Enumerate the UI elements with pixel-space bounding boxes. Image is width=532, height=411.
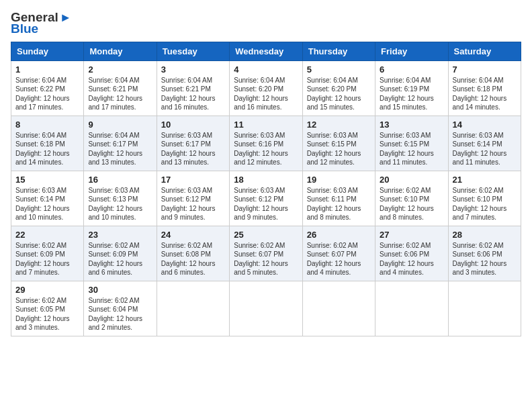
weekday-header: Wednesday xyxy=(230,42,302,60)
day-number: 4 xyxy=(234,64,298,75)
day-detail: Sunrise: 6:02 AMSunset: 6:04 PMDaylight:… xyxy=(88,297,142,332)
day-number: 10 xyxy=(161,120,225,130)
calendar-cell: 22 Sunrise: 6:02 AMSunset: 6:09 PMDaylig… xyxy=(11,226,84,281)
day-detail: Sunrise: 6:02 AMSunset: 6:07 PMDaylight:… xyxy=(307,242,361,277)
day-detail: Sunrise: 6:03 AMSunset: 6:12 PMDaylight:… xyxy=(234,187,288,222)
day-number: 9 xyxy=(88,120,152,130)
day-detail: Sunrise: 6:03 AMSunset: 6:14 PMDaylight:… xyxy=(453,132,507,167)
day-detail: Sunrise: 6:02 AMSunset: 6:10 PMDaylight:… xyxy=(380,187,434,222)
day-detail: Sunrise: 6:03 AMSunset: 6:13 PMDaylight:… xyxy=(88,187,142,222)
day-number: 24 xyxy=(161,230,225,240)
calendar-cell: 18 Sunrise: 6:03 AMSunset: 6:12 PMDaylig… xyxy=(230,171,302,226)
day-number: 14 xyxy=(453,120,517,130)
weekday-header: Monday xyxy=(84,42,157,60)
day-detail: Sunrise: 6:04 AMSunset: 6:21 PMDaylight:… xyxy=(161,77,216,111)
calendar-cell: 24 Sunrise: 6:02 AMSunset: 6:08 PMDaylig… xyxy=(157,226,229,281)
calendar-week-row: 22 Sunrise: 6:02 AMSunset: 6:09 PMDaylig… xyxy=(11,226,521,281)
day-detail: Sunrise: 6:02 AMSunset: 6:06 PMDaylight:… xyxy=(380,242,434,277)
day-detail: Sunrise: 6:04 AMSunset: 6:17 PMDaylight:… xyxy=(88,132,142,167)
calendar-cell: 13 Sunrise: 6:03 AMSunset: 6:15 PMDaylig… xyxy=(375,116,448,171)
day-detail: Sunrise: 6:02 AMSunset: 6:05 PMDaylight:… xyxy=(15,297,70,332)
calendar-cell: 25 Sunrise: 6:02 AMSunset: 6:07 PMDaylig… xyxy=(230,226,302,281)
calendar-cell: 23 Sunrise: 6:02 AMSunset: 6:09 PMDaylig… xyxy=(84,226,157,281)
day-detail: Sunrise: 6:03 AMSunset: 6:11 PMDaylight:… xyxy=(307,187,361,222)
day-number: 26 xyxy=(307,230,371,240)
page-header: General ► Blue xyxy=(11,11,521,36)
calendar-cell: 15 Sunrise: 6:03 AMSunset: 6:14 PMDaylig… xyxy=(11,171,84,226)
day-number: 17 xyxy=(161,175,225,185)
weekday-header-row: SundayMondayTuesdayWednesdayThursdayFrid… xyxy=(11,42,521,60)
calendar-cell: 21 Sunrise: 6:02 AMSunset: 6:10 PMDaylig… xyxy=(448,171,521,226)
calendar-cell: 10 Sunrise: 6:03 AMSunset: 6:17 PMDaylig… xyxy=(157,116,229,171)
day-number: 19 xyxy=(307,175,371,185)
day-number: 11 xyxy=(234,120,298,130)
day-number: 5 xyxy=(307,64,371,75)
weekday-header: Thursday xyxy=(302,42,375,60)
calendar-cell: 19 Sunrise: 6:03 AMSunset: 6:11 PMDaylig… xyxy=(302,171,375,226)
calendar-cell: 27 Sunrise: 6:02 AMSunset: 6:06 PMDaylig… xyxy=(375,226,448,281)
day-detail: Sunrise: 6:04 AMSunset: 6:20 PMDaylight:… xyxy=(234,77,288,111)
day-number: 28 xyxy=(453,230,517,240)
calendar-cell: 26 Sunrise: 6:02 AMSunset: 6:07 PMDaylig… xyxy=(302,226,375,281)
calendar-cell: 16 Sunrise: 6:03 AMSunset: 6:13 PMDaylig… xyxy=(84,171,157,226)
calendar-cell: 1 Sunrise: 6:04 AMSunset: 6:22 PMDayligh… xyxy=(11,60,84,116)
calendar-week-row: 8 Sunrise: 6:04 AMSunset: 6:18 PMDayligh… xyxy=(11,116,521,171)
day-number: 21 xyxy=(453,175,517,185)
day-detail: Sunrise: 6:02 AMSunset: 6:09 PMDaylight:… xyxy=(15,242,70,277)
weekday-header: Saturday xyxy=(448,42,521,60)
calendar-cell: 4 Sunrise: 6:04 AMSunset: 6:20 PMDayligh… xyxy=(230,60,302,116)
day-number: 1 xyxy=(15,64,79,75)
day-number: 18 xyxy=(234,175,298,185)
calendar-cell: 30 Sunrise: 6:02 AMSunset: 6:04 PMDaylig… xyxy=(84,281,157,336)
weekday-header: Friday xyxy=(375,42,448,60)
day-detail: Sunrise: 6:03 AMSunset: 6:14 PMDaylight:… xyxy=(15,187,70,222)
calendar-cell: 7 Sunrise: 6:04 AMSunset: 6:18 PMDayligh… xyxy=(448,60,521,116)
calendar-week-row: 1 Sunrise: 6:04 AMSunset: 6:22 PMDayligh… xyxy=(11,60,521,116)
calendar-cell: 11 Sunrise: 6:03 AMSunset: 6:16 PMDaylig… xyxy=(230,116,302,171)
calendar-table: SundayMondayTuesdayWednesdayThursdayFrid… xyxy=(11,42,521,336)
calendar-cell: 28 Sunrise: 6:02 AMSunset: 6:06 PMDaylig… xyxy=(448,226,521,281)
calendar-cell xyxy=(448,281,521,336)
day-number: 29 xyxy=(15,285,79,295)
calendar-cell: 17 Sunrise: 6:03 AMSunset: 6:12 PMDaylig… xyxy=(157,171,229,226)
calendar-cell: 12 Sunrise: 6:03 AMSunset: 6:15 PMDaylig… xyxy=(302,116,375,171)
day-detail: Sunrise: 6:04 AMSunset: 6:18 PMDaylight:… xyxy=(15,132,70,167)
day-number: 25 xyxy=(234,230,298,240)
calendar-cell: 6 Sunrise: 6:04 AMSunset: 6:19 PMDayligh… xyxy=(375,60,448,116)
day-detail: Sunrise: 6:03 AMSunset: 6:12 PMDaylight:… xyxy=(161,187,216,222)
day-number: 27 xyxy=(380,230,443,240)
day-number: 3 xyxy=(161,64,225,75)
day-number: 12 xyxy=(307,120,371,130)
day-number: 16 xyxy=(88,175,152,185)
weekday-header: Sunday xyxy=(11,42,84,60)
day-number: 22 xyxy=(15,230,79,240)
day-number: 15 xyxy=(15,175,79,185)
calendar-cell: 5 Sunrise: 6:04 AMSunset: 6:20 PMDayligh… xyxy=(302,60,375,116)
day-number: 30 xyxy=(88,285,152,295)
calendar-cell: 2 Sunrise: 6:04 AMSunset: 6:21 PMDayligh… xyxy=(84,60,157,116)
calendar-cell xyxy=(157,281,229,336)
day-detail: Sunrise: 6:04 AMSunset: 6:18 PMDaylight:… xyxy=(453,77,507,111)
calendar-cell: 14 Sunrise: 6:03 AMSunset: 6:14 PMDaylig… xyxy=(448,116,521,171)
day-detail: Sunrise: 6:03 AMSunset: 6:15 PMDaylight:… xyxy=(307,132,361,167)
day-number: 2 xyxy=(88,64,152,75)
calendar-cell: 20 Sunrise: 6:02 AMSunset: 6:10 PMDaylig… xyxy=(375,171,448,226)
day-detail: Sunrise: 6:04 AMSunset: 6:22 PMDaylight:… xyxy=(15,77,70,111)
logo-blue-text: Blue xyxy=(11,22,72,36)
calendar-cell xyxy=(302,281,375,336)
day-detail: Sunrise: 6:02 AMSunset: 6:09 PMDaylight:… xyxy=(88,242,142,277)
day-number: 13 xyxy=(380,120,443,130)
calendar-cell xyxy=(230,281,302,336)
day-detail: Sunrise: 6:04 AMSunset: 6:21 PMDaylight:… xyxy=(88,77,142,111)
day-number: 8 xyxy=(15,120,79,130)
calendar-week-row: 29 Sunrise: 6:02 AMSunset: 6:05 PMDaylig… xyxy=(11,281,521,336)
calendar-week-row: 15 Sunrise: 6:03 AMSunset: 6:14 PMDaylig… xyxy=(11,171,521,226)
day-detail: Sunrise: 6:04 AMSunset: 6:20 PMDaylight:… xyxy=(307,77,361,111)
day-detail: Sunrise: 6:04 AMSunset: 6:19 PMDaylight:… xyxy=(380,77,434,111)
day-detail: Sunrise: 6:03 AMSunset: 6:15 PMDaylight:… xyxy=(380,132,434,167)
calendar-cell xyxy=(375,281,448,336)
calendar-cell: 29 Sunrise: 6:02 AMSunset: 6:05 PMDaylig… xyxy=(11,281,84,336)
day-number: 20 xyxy=(380,175,443,185)
day-detail: Sunrise: 6:03 AMSunset: 6:16 PMDaylight:… xyxy=(234,132,288,167)
day-number: 6 xyxy=(380,64,443,75)
